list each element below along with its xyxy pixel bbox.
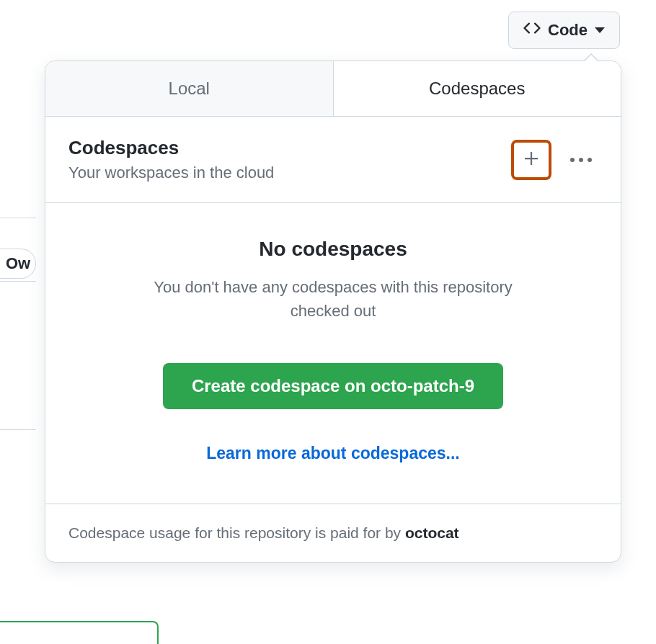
code-icon — [523, 19, 541, 41]
bg-divider — [0, 281, 36, 282]
bg-pill-text: Ow — [6, 254, 30, 273]
usage-footer: Codespace usage for this repository is p… — [45, 504, 621, 562]
bg-divider — [0, 218, 36, 218]
codespaces-options-button[interactable] — [564, 152, 598, 168]
footer-prefix: Codespace usage for this repository is p… — [68, 524, 405, 541]
create-codespace-on-branch-button[interactable]: Create codespace on octo-patch-9 — [163, 363, 503, 409]
tab-codespaces[interactable]: Codespaces — [334, 61, 621, 116]
tab-codespaces-label: Codespaces — [429, 79, 525, 98]
footer-owner: octocat — [405, 524, 459, 541]
caret-down-icon — [595, 27, 605, 33]
code-button[interactable]: Code — [508, 12, 620, 49]
kebab-icon — [570, 158, 575, 162]
bg-partial-pill: Ow — [0, 249, 36, 279]
create-codespace-button[interactable] — [511, 140, 551, 180]
kebab-icon — [579, 158, 583, 162]
bg-partial-success-box — [0, 621, 159, 644]
code-button-label: Code — [548, 21, 588, 40]
learn-more-link[interactable]: Learn more about codespaces... — [206, 444, 460, 462]
kebab-icon — [588, 158, 592, 162]
header-actions — [511, 140, 598, 180]
codespaces-title: Codespaces — [68, 137, 274, 159]
codespaces-header: Codespaces Your workspaces in the cloud — [45, 117, 621, 203]
empty-state: No codespaces You don't have any codespa… — [45, 203, 621, 504]
tab-local-label: Local — [169, 79, 210, 98]
empty-state-description: You don't have any codespaces with this … — [146, 275, 520, 323]
tabs-container: Local Codespaces — [45, 61, 621, 117]
header-text: Codespaces Your workspaces in the cloud — [68, 137, 274, 182]
empty-state-title: No codespaces — [68, 238, 598, 261]
tab-local[interactable]: Local — [45, 61, 334, 116]
code-dropdown-popover: Local Codespaces Codespaces Your workspa… — [45, 61, 621, 563]
codespaces-subtitle: Your workspaces in the cloud — [68, 164, 274, 182]
bg-divider — [0, 429, 36, 430]
plus-icon — [523, 150, 540, 170]
